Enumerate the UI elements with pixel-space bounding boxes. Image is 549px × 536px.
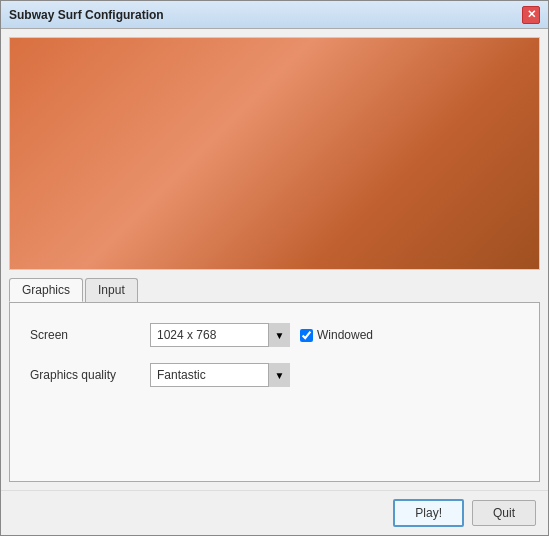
tab-content-graphics: Screen 1024 x 768 800 x 600 1280 x 720 1… — [9, 302, 540, 482]
screen-label: Screen — [30, 328, 150, 342]
windowed-checkbox[interactable] — [300, 329, 313, 342]
screen-select[interactable]: 1024 x 768 800 x 600 1280 x 720 1920 x 1… — [150, 323, 290, 347]
quit-button[interactable]: Quit — [472, 500, 536, 526]
windowed-group: Windowed — [300, 328, 373, 342]
tab-graphics[interactable]: Graphics — [9, 278, 83, 302]
close-button[interactable]: ✕ — [522, 6, 540, 24]
screen-row: Screen 1024 x 768 800 x 600 1280 x 720 1… — [30, 323, 519, 347]
preview-area — [9, 37, 540, 270]
quality-row: Graphics quality Fantastic Fast Fastest … — [30, 363, 519, 387]
tabs: Graphics Input — [9, 278, 540, 302]
screen-controls: 1024 x 768 800 x 600 1280 x 720 1920 x 1… — [150, 323, 373, 347]
bottom-bar: Play! Quit — [1, 490, 548, 535]
main-window: Subway Surf Configuration ✕ Graphics Inp… — [0, 0, 549, 536]
screen-select-wrapper: 1024 x 768 800 x 600 1280 x 720 1920 x 1… — [150, 323, 290, 347]
tab-input[interactable]: Input — [85, 278, 138, 302]
quality-select[interactable]: Fantastic Fast Fastest Good Beautiful Si… — [150, 363, 290, 387]
quality-select-wrapper: Fantastic Fast Fastest Good Beautiful Si… — [150, 363, 290, 387]
quality-label: Graphics quality — [30, 368, 150, 382]
tabs-container: Graphics Input — [1, 278, 548, 302]
title-bar: Subway Surf Configuration ✕ — [1, 1, 548, 29]
windowed-label: Windowed — [317, 328, 373, 342]
window-title: Subway Surf Configuration — [9, 8, 164, 22]
play-button[interactable]: Play! — [393, 499, 464, 527]
